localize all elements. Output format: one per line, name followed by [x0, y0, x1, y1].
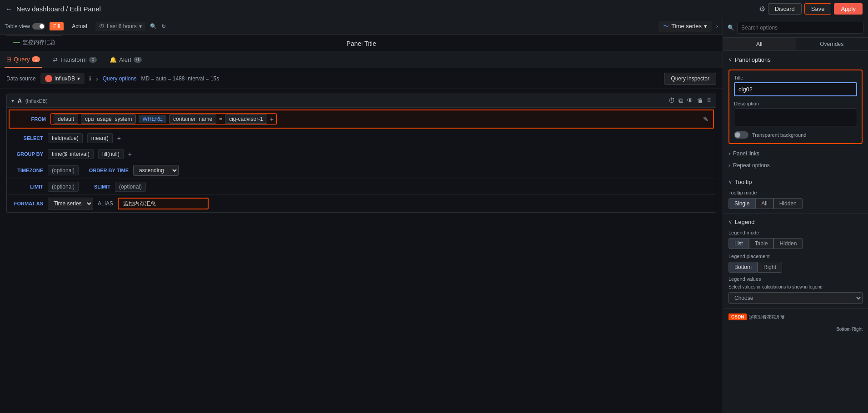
- from-default[interactable]: default: [54, 114, 78, 124]
- title-field-label: Title: [734, 75, 857, 80]
- topbar: ← New dashboard / Edit Panel ⚙ Discard S…: [0, 0, 868, 18]
- mode-all-btn[interactable]: All: [755, 198, 773, 209]
- format-select[interactable]: Time series Table: [48, 198, 93, 209]
- group-time[interactable]: time($_interval): [48, 149, 94, 159]
- query-badge: 1: [32, 56, 40, 62]
- actual-button[interactable]: Actual: [68, 22, 90, 30]
- table-view-switch[interactable]: [32, 23, 45, 30]
- time-range-label: Last 6 hours: [107, 23, 137, 30]
- bottom-right-indicator: Bottom Right: [723, 325, 868, 333]
- alert-tab-icon: 🔔: [110, 56, 117, 63]
- viz-type-selector[interactable]: 〜 Time series ▾: [658, 21, 712, 32]
- query-tab-icon: ⊟: [6, 56, 11, 63]
- topbar-left: ← New dashboard / Edit Panel: [5, 5, 754, 13]
- viz-panel-chevron[interactable]: ›: [716, 23, 718, 30]
- discard-button[interactable]: Discard: [768, 3, 802, 15]
- repeat-options-chevron: ›: [728, 162, 730, 169]
- panel-links-item[interactable]: › Panel links: [723, 148, 868, 159]
- placement-buttons: Bottom Right: [728, 262, 863, 273]
- legend-chevron: ∨: [728, 219, 732, 225]
- zoom-icon[interactable]: 🔍: [150, 23, 157, 30]
- legend-section-title: Legend: [735, 219, 754, 225]
- where-op: =: [219, 116, 222, 122]
- legend-values-select[interactable]: Choose: [728, 292, 863, 304]
- right-panel-tabs: All Overrides: [723, 38, 868, 51]
- right-panel: 🔍 All Overrides ∨ Panel options Title De…: [723, 18, 868, 413]
- panel-links-chevron: ›: [728, 150, 730, 157]
- delete-icon[interactable]: 🗑: [697, 97, 703, 104]
- transparent-toggle[interactable]: [734, 131, 748, 139]
- eye-icon[interactable]: 👁: [687, 97, 693, 104]
- where-plus-btn[interactable]: +: [270, 115, 274, 123]
- apply-button[interactable]: Apply: [834, 3, 863, 15]
- tab-all[interactable]: All: [723, 38, 796, 50]
- search-input[interactable]: [737, 22, 863, 34]
- panel-options-header[interactable]: ∨ Panel options: [723, 54, 868, 66]
- topbar-title: New dashboard / Edit Panel: [16, 5, 101, 13]
- save-button[interactable]: Save: [804, 3, 832, 15]
- tooltip-section-header[interactable]: ∨ Tooltip: [728, 179, 863, 185]
- gear-icon[interactable]: ⚙: [759, 5, 765, 13]
- query-options-link[interactable]: Query options: [103, 75, 137, 82]
- group-plus-btn[interactable]: +: [128, 150, 132, 158]
- tooltip-mode-label: Tooltip mode: [728, 190, 863, 195]
- legend-values-label: Legend values: [728, 276, 863, 282]
- slimit-value[interactable]: (optional): [115, 182, 146, 192]
- legend-list-btn[interactable]: List: [728, 238, 749, 249]
- pencil-icon[interactable]: ✎: [703, 115, 708, 123]
- topbar-right: ⚙ Discard Save Apply: [759, 3, 863, 15]
- time-range-selector[interactable]: ⏱ Last 6 hours ▾: [95, 22, 145, 31]
- viz-type-chevron: ▾: [704, 23, 707, 30]
- mode-single-btn[interactable]: Single: [728, 198, 755, 209]
- viz-type-label: Time series: [671, 23, 702, 30]
- timezone-value[interactable]: (optional): [48, 165, 79, 175]
- where-key[interactable]: container_name: [169, 114, 216, 124]
- title-input[interactable]: [734, 82, 857, 96]
- back-icon[interactable]: ←: [5, 5, 13, 13]
- select-plus-btn[interactable]: +: [117, 134, 121, 142]
- limit-value[interactable]: (optional): [48, 182, 79, 192]
- query-inspector-button[interactable]: Query inspector: [664, 73, 716, 85]
- query-editor: Data source InfluxDB ▾ ℹ › Query options…: [0, 68, 723, 413]
- placement-right-btn[interactable]: Right: [758, 262, 782, 273]
- mode-hidden-btn[interactable]: Hidden: [773, 198, 803, 209]
- query-block-label: A: [18, 98, 22, 104]
- where-value[interactable]: cig-cadvisor-1: [225, 114, 267, 124]
- transparent-background-row: Transparent background: [734, 131, 857, 139]
- order-select[interactable]: ascending descending: [133, 165, 179, 176]
- fill-button[interactable]: Fill: [50, 22, 64, 30]
- from-measurement[interactable]: cpu_usage_system: [81, 114, 136, 124]
- from-label: FROM: [14, 116, 46, 122]
- legend-section-header[interactable]: ∨ Legend: [728, 219, 863, 225]
- panel-options-chevron: ∨: [728, 57, 732, 63]
- tab-query[interactable]: ⊟ Query 1: [5, 51, 42, 68]
- tab-transform[interactable]: ⇄ Transform 0: [51, 51, 99, 68]
- legend-table-btn[interactable]: Table: [749, 238, 774, 249]
- legend-color: [13, 42, 20, 43]
- query-tabs: ⊟ Query 1 ⇄ Transform 0 🔔 Alert 0: [0, 51, 723, 68]
- timezone-label: TIMEZONE: [11, 168, 43, 173]
- alias-input[interactable]: [118, 198, 209, 209]
- copy-icon[interactable]: ⧉: [678, 97, 683, 104]
- info-icon[interactable]: ℹ: [89, 75, 91, 82]
- refresh-icon[interactable]: ↻: [161, 23, 166, 30]
- datasource-selector[interactable]: InfluxDB ▾: [40, 73, 85, 84]
- limit-label: LIMIT: [11, 184, 43, 189]
- repeat-options-item[interactable]: › Repeat options: [723, 159, 868, 171]
- legend-hidden-btn[interactable]: Hidden: [773, 238, 803, 249]
- tab-overrides[interactable]: Overrides: [796, 38, 868, 50]
- collapse-icon[interactable]: ▾: [11, 98, 14, 104]
- tooltip-chevron: ∨: [728, 179, 732, 185]
- select-fn[interactable]: mean(): [87, 133, 113, 143]
- viz-toolbar: Table view Fill Actual ⏱ Last 6 hours ▾ …: [0, 18, 723, 35]
- timer-icon[interactable]: ⏱: [668, 97, 675, 104]
- placement-bottom-btn[interactable]: Bottom: [728, 262, 758, 273]
- influxdb-icon: [45, 75, 52, 82]
- drag-icon[interactable]: ⠿: [707, 97, 711, 104]
- group-fill[interactable]: fill(null): [98, 149, 124, 159]
- table-view-toggle[interactable]: Table view: [5, 23, 45, 30]
- description-textarea[interactable]: [734, 108, 857, 126]
- transform-tab-icon: ⇄: [53, 56, 58, 63]
- select-field[interactable]: field(value): [48, 133, 83, 143]
- tab-alert[interactable]: 🔔 Alert 0: [108, 51, 143, 68]
